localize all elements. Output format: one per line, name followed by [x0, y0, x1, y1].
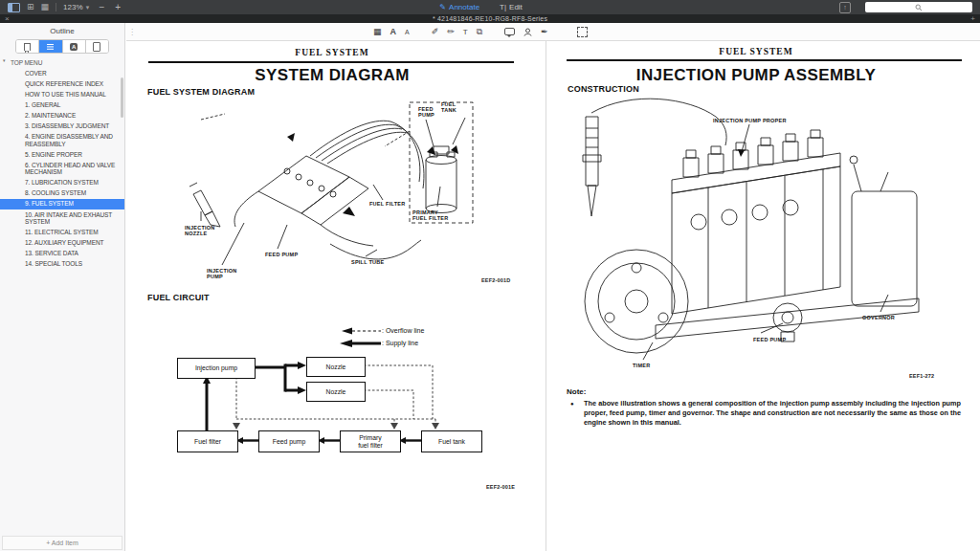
zoom-in-button[interactable]: + [113, 2, 122, 12]
fullscreen-icon[interactable] [577, 27, 588, 37]
sidebar-view-switcher: A [15, 39, 109, 54]
label-fuel-filter: FUEL FILTER [369, 201, 405, 207]
note-text: The above illustration shows a general c… [584, 399, 961, 429]
outline-item-lubrication[interactable]: 7. LUBRICATION SYSTEM [0, 178, 124, 188]
zoom-level-control[interactable]: 123% ▼ [63, 3, 90, 11]
right-page-header: FUEL SYSTEM [559, 47, 953, 56]
pen-tool-icon[interactable]: ✒ [541, 28, 548, 36]
figure-id-eef2-001e: EEF2-001E [486, 484, 515, 490]
outline-tab[interactable] [39, 40, 62, 53]
outline-item-engine-proper[interactable]: 5. ENGINE PROPER [0, 149, 124, 160]
chevron-down-icon: ▼ [85, 5, 91, 11]
tabbar: × * 421481846-RE10-RG8-RF8-Series + [0, 14, 980, 23]
right-section-construction: CONSTRUCTION [568, 84, 639, 94]
text-cursor-icon: T| [500, 3, 506, 11]
flow-box-injection-pump: Injection pump [177, 358, 256, 379]
edit-button[interactable]: T| Edit [500, 3, 523, 11]
outline-item-top-menu[interactable]: TOP MENU [0, 57, 124, 68]
annotations-tab[interactable]: A [63, 40, 86, 53]
outline-item-general[interactable]: 1. GENERAL [0, 99, 124, 110]
pencil-icon: ✎ [439, 3, 446, 11]
label-injection-nozzle: INJECTION NOZZLE [185, 225, 215, 237]
stamp-image-icon[interactable]: ▦ [373, 28, 382, 36]
add-item-button[interactable]: + Add Item [2, 536, 122, 550]
flow-box-nozzle-2: Nozzle [306, 382, 366, 402]
label-fuel-tank: FUEL TANK [441, 101, 457, 114]
shapes-tool-icon[interactable]: ⧉ [477, 28, 482, 36]
label-injection-pump-proper: INJECTION PUMP PROPER [713, 118, 787, 123]
annotation-a-icon: A [70, 43, 78, 51]
toolbar-divider [56, 3, 56, 11]
multipage-view-icon[interactable]: ▦ [41, 3, 50, 11]
figure-id-eef1-272: EEF1-272 [909, 373, 934, 379]
page-divider [546, 41, 546, 551]
document-tab[interactable]: * 421481846-RE10-RG8-RF8-Series [10, 15, 971, 22]
label-injection-pump: INJECTION PUMP [207, 268, 237, 280]
left-section-circuit: FUEL CIRCUIT [147, 293, 210, 302]
flow-box-feed-pump: Feed pump [258, 430, 320, 452]
search-input[interactable] [865, 2, 972, 12]
label-spill-tube: SPILL TUBE [351, 259, 385, 265]
outline-item-fuel-system[interactable]: 9. FUEL SYSTEM [0, 199, 124, 209]
flow-box-fuel-filter: Fuel filter [177, 430, 238, 452]
outline-item-quick-reference[interactable]: QUICK REFERENCE INDEX [0, 78, 124, 89]
zoom-out-button[interactable]: − [97, 2, 106, 12]
outline-item-maintenance[interactable]: 2. MAINTENANCE [0, 110, 124, 121]
outline-item-electrical[interactable]: 11. ELECTRICAL SYSTEM [0, 227, 124, 237]
note-bullet: ● [570, 401, 574, 407]
outline-item-how-to-use[interactable]: HOW TO USE THIS MANUAL [0, 89, 124, 99]
sidebar-toggle-icon[interactable] [8, 3, 20, 12]
outline-item-disassembly-judgment[interactable]: 3. DISASSEMBLY JUDGMENT [0, 121, 124, 131]
figure-id-eef2-001d: EEF2-001D [481, 277, 511, 283]
outline-tree: TOP MENU COVER QUICK REFERENCE INDEX HOW… [0, 57, 124, 270]
highlighter-tool-icon[interactable]: ✏ [447, 28, 455, 36]
document-view: FUEL SYSTEM SYSTEM DIAGRAM FUEL SYSTEM D… [126, 41, 980, 551]
zoom-level-value: 123% [63, 3, 82, 11]
sidebar-scrollbar[interactable] [121, 77, 123, 118]
label-timer: TIMER [633, 363, 650, 368]
new-tab-button[interactable]: + [970, 15, 975, 23]
label-feed-pump: FEED PUMP [265, 252, 298, 257]
pages-tab[interactable] [86, 40, 108, 53]
flow-box-nozzle-1: Nozzle [306, 357, 366, 377]
outline-item-air-intake[interactable]: 10. AIR INTAKE AND EXHAUST SYSTEM [0, 209, 124, 228]
outline-item-cylinder-head[interactable]: 6. CYLINDER HEAD AND VALVE MECHANISM [0, 160, 124, 178]
comment-tool-icon[interactable] [504, 28, 515, 35]
flow-box-fuel-tank: Fuel tank [421, 430, 482, 452]
outline-item-service-data[interactable]: 13. SERVICE DATA [0, 248, 124, 258]
text-style-small-icon[interactable]: A [405, 28, 410, 36]
outline-item-special-tools[interactable]: 14. SPECIAL TOOLS [0, 258, 124, 269]
share-icon[interactable]: ↑ [839, 2, 851, 13]
titlebar: ⊞ ▦ 123% ▼ − + ✎ Annotate T| Edit ↑ [0, 0, 980, 14]
toolbar-drag-handle-icon[interactable]: ⋮ [128, 28, 136, 36]
label-governor: GOVERNOR [862, 315, 895, 320]
annotate-button[interactable]: ✎ Annotate [439, 3, 479, 11]
fuel-system-diagram [144, 100, 517, 287]
label-feed-pump-right: FEED PUMP [753, 337, 786, 342]
outline-item-engine-disassembly[interactable]: 4. ENGINE DISASSEMBLY AND REASSEMBLY [0, 131, 124, 149]
outline-item-cover[interactable]: COVER [0, 68, 124, 78]
pencil-tool-icon[interactable]: ✐ [432, 28, 439, 36]
outline-item-auxiliary[interactable]: 12. AUXILIARY EQUIPMENT [0, 237, 124, 248]
signature-stamp-icon[interactable] [523, 28, 532, 36]
page-icon [93, 42, 100, 52]
left-page-header: FUEL SYSTEM [145, 48, 519, 57]
left-page-rule [148, 61, 514, 63]
legend-supply-line: : Supply line [382, 340, 418, 346]
textbox-tool-icon[interactable]: T [463, 28, 468, 36]
app-window: ⊞ ▦ 123% ▼ − + ✎ Annotate T| Edit ↑ × * … [0, 0, 980, 551]
thumbnails-view-icon[interactable]: ⊞ [27, 3, 34, 11]
outline-list-icon [47, 44, 54, 45]
outline-item-cooling[interactable]: 8. COOLING SYSTEM [0, 188, 124, 199]
search-icon [915, 4, 923, 11]
sidebar-title: Outline [0, 23, 124, 35]
label-feed-pump-inset: FEED PUMP [418, 106, 434, 119]
bookmarks-tab[interactable] [16, 40, 39, 53]
text-style-icon[interactable]: A [390, 28, 397, 36]
left-page-title: SYSTEM DIAGRAM [145, 66, 519, 85]
left-section-diagram: FUEL SYSTEM DIAGRAM [147, 87, 255, 97]
right-page-title: INJECTION PUMP ASSEMBLY [559, 66, 953, 85]
legend-overflow-line: : Overflow line [382, 327, 424, 334]
note-title: Note: [567, 387, 586, 396]
outline-sidebar: Outline A TOP MENU COVER QUICK REFERENCE… [0, 23, 125, 551]
